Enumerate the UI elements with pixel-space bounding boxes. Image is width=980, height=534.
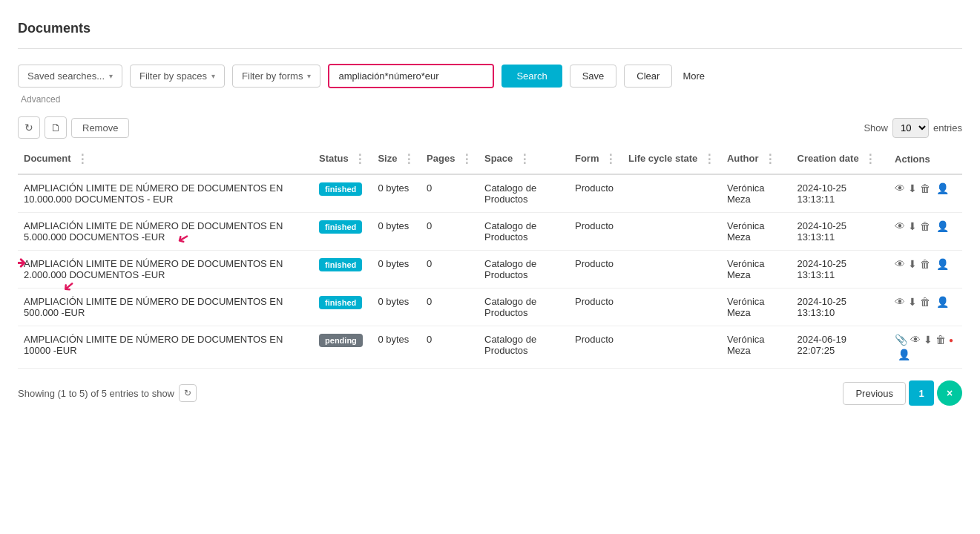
cell-pages: 0 — [421, 289, 479, 326]
next-button[interactable]: × — [937, 380, 962, 406]
save-button[interactable]: Save — [570, 65, 617, 88]
download-icon[interactable]: ⬇ — [908, 258, 917, 270]
delete-icon[interactable]: 🗑 — [920, 182, 930, 194]
col-space: Space ⋮ — [479, 145, 569, 174]
cell-author: Verónica Meza — [721, 326, 792, 369]
remove-button[interactable]: Remove — [71, 118, 129, 138]
table-row: AMPLIACIÓN LIMITE DE NÚMERO DE DOCUMENTO… — [18, 174, 962, 213]
cell-actions: 👁⬇🗑👤 — [889, 174, 962, 213]
cell-actions: 👁⬇🗑👤 — [889, 251, 962, 289]
cell-form: Producto — [569, 251, 622, 289]
sort-icon[interactable]: ⋮ — [519, 153, 530, 165]
col-lifecycle: Life cycle state ⋮ — [622, 145, 721, 174]
more-button[interactable]: More — [680, 65, 708, 87]
cell-space: Catalogo de Productos — [479, 326, 569, 369]
permissions-icon[interactable]: 👤 — [936, 258, 949, 270]
download-icon[interactable]: ⬇ — [908, 296, 917, 308]
attach-icon[interactable]: 📎 — [895, 334, 907, 346]
view-icon[interactable]: 👁 — [895, 258, 905, 270]
clear-button[interactable]: Clear — [624, 65, 672, 88]
cell-space: Catalogo de Productos — [479, 174, 569, 213]
view-icon[interactable]: 👁 — [895, 182, 905, 194]
col-status: Status ⋮ — [313, 145, 372, 174]
delete-icon[interactable]: 🗑 — [920, 220, 930, 232]
cell-lifecycle — [622, 174, 721, 213]
view-icon[interactable]: 👁 — [895, 220, 905, 232]
download-icon[interactable]: ⬇ — [908, 220, 917, 232]
permissions-icon[interactable]: 👤 — [936, 220, 949, 232]
status-badge: finished — [319, 220, 362, 234]
cell-creation-date: 2024-10-25 13:13:10 — [792, 289, 889, 326]
table-row: AMPLIACIÓN LIMITE DE NÚMERO DE DOCUMENTO… — [18, 289, 962, 326]
footer: Showing (1 to 5) of 5 entries to show ↻ … — [18, 380, 962, 406]
sort-icon[interactable]: ⋮ — [403, 153, 415, 165]
view-icon[interactable]: 👁 — [895, 296, 905, 308]
download-icon[interactable]: ⬇ — [924, 334, 933, 346]
col-author: Author ⋮ — [721, 145, 792, 174]
view-icon[interactable]: 👁 — [910, 334, 921, 346]
col-form: Form ⋮ — [569, 145, 622, 174]
cell-lifecycle — [622, 251, 721, 289]
showing-label: Showing (1 to 5) of 5 entries to show — [18, 388, 174, 399]
chevron-down-icon: ▾ — [109, 72, 113, 80]
table-row: AMPLIACIÓN LIMITE DE NÚMERO DE DOCUMENTO… — [18, 326, 962, 369]
permissions-icon[interactable]: 👤 — [936, 182, 949, 194]
sort-icon[interactable]: ⋮ — [461, 153, 473, 165]
advanced-link[interactable]: Advanced — [21, 94, 962, 105]
sort-icon[interactable]: ⋮ — [354, 153, 366, 165]
entries-select[interactable]: 10 25 50 — [892, 118, 929, 138]
delete-icon[interactable]: 🗑 — [920, 258, 930, 270]
status-badge: finished — [319, 182, 362, 196]
show-entries: Show 10 25 50 entries — [864, 118, 962, 138]
sort-icon[interactable]: ⋮ — [864, 153, 876, 165]
cell-form: Producto — [569, 174, 622, 213]
filter-spaces-label: Filter by spaces — [139, 70, 207, 82]
showing-text: Showing (1 to 5) of 5 entries to show ↻ — [18, 384, 197, 402]
cell-form: Producto — [569, 326, 622, 369]
entries-label: entries — [933, 122, 962, 134]
sort-icon[interactable]: ⋮ — [703, 153, 715, 165]
cell-pages: 0 — [421, 213, 479, 251]
filter-spaces-dropdown[interactable]: Filter by spaces ▾ — [130, 65, 225, 88]
cell-lifecycle — [622, 289, 721, 326]
col-size: Size ⋮ — [372, 145, 421, 174]
cell-size: 0 bytes — [372, 251, 421, 289]
sort-icon[interactable]: ⋮ — [605, 153, 616, 165]
cell-space: Catalogo de Productos — [479, 289, 569, 326]
download-icon[interactable]: ⬇ — [908, 182, 917, 194]
cell-lifecycle — [622, 213, 721, 251]
cell-status: finished — [313, 251, 372, 289]
refresh-button[interactable]: ↻ — [18, 116, 40, 139]
footer-refresh-button[interactable]: ↻ — [179, 384, 197, 402]
cell-creation-date: 2024-10-25 13:13:11 — [792, 251, 889, 289]
col-pages: Pages ⋮ — [421, 145, 479, 174]
permissions-icon[interactable]: 👤 — [936, 296, 949, 308]
cell-space: Catalogo de Productos — [479, 251, 569, 289]
archive-button[interactable]: 🗋 — [45, 116, 67, 139]
search-button[interactable]: Search — [501, 65, 562, 88]
delete-icon[interactable]: 🗑 — [920, 296, 930, 308]
table-controls: ↻ 🗋 Remove Show 10 25 50 entries — [18, 116, 962, 139]
search-input[interactable] — [329, 65, 493, 87]
dot-icon: ● — [949, 336, 953, 344]
cell-document: AMPLIACIÓN LIMITE DE NÚMERO DE DOCUMENTO… — [18, 174, 313, 213]
cell-status: pending — [313, 326, 372, 369]
page-number: 1 — [909, 380, 934, 406]
page-title: Documents — [18, 12, 962, 49]
cell-status: finished — [313, 213, 372, 251]
saved-searches-dropdown[interactable]: Saved searches... ▾ — [18, 65, 122, 88]
filter-forms-dropdown[interactable]: Filter by forms ▾ — [232, 65, 320, 88]
table-actions: ↻ 🗋 Remove — [18, 116, 129, 139]
permissions-icon[interactable]: 👤 — [898, 349, 910, 360]
sort-icon[interactable]: ⋮ — [76, 153, 88, 165]
previous-button[interactable]: Previous — [843, 382, 906, 405]
sort-icon[interactable]: ⋮ — [764, 153, 776, 165]
cell-author: Verónica Meza — [721, 174, 792, 213]
cell-actions: 👁⬇🗑👤 — [889, 213, 962, 251]
pagination: Previous 1 × — [843, 380, 962, 406]
saved-searches-label: Saved searches... — [27, 70, 105, 82]
delete-icon[interactable]: 🗑 — [935, 334, 946, 346]
cell-form: Producto — [569, 289, 622, 326]
cell-space: Catalogo de Productos — [479, 213, 569, 251]
cell-lifecycle — [622, 326, 721, 369]
